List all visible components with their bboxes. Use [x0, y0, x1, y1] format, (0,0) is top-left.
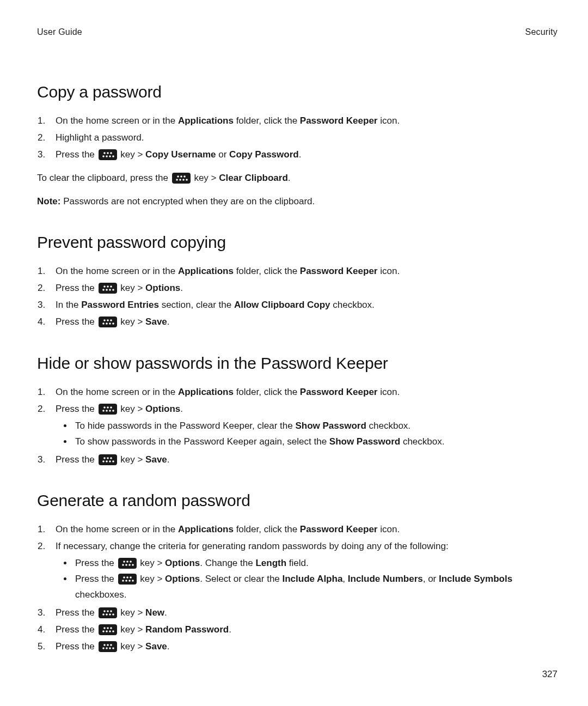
bold-text: Options: [165, 558, 200, 568]
menu-key-icon: [99, 283, 117, 294]
svg-point-49: [123, 561, 125, 563]
bold-text: Copy Password: [229, 149, 299, 160]
section-copy-password: Copy a password On the home screen or in…: [37, 83, 558, 209]
sub-list-item: To hide passwords in the Password Keeper…: [73, 418, 558, 434]
svg-point-25: [103, 319, 106, 321]
svg-point-76: [102, 630, 105, 632]
step-item: Press the key > New.: [48, 605, 558, 621]
sub-list: Press the key > Options. Change the Leng…: [56, 556, 558, 603]
svg-point-30: [109, 322, 111, 325]
bold-text: Allow Clipboard Copy: [234, 300, 330, 310]
svg-point-87: [112, 647, 114, 649]
step-item: Press the key > Save.: [48, 639, 558, 655]
svg-point-22: [109, 289, 111, 291]
svg-point-37: [106, 410, 108, 412]
section-heading: Generate a random password: [37, 491, 558, 510]
bold-text: Applications: [178, 524, 234, 534]
svg-point-62: [128, 580, 131, 582]
menu-key-icon: [172, 173, 191, 184]
svg-point-71: [112, 613, 114, 616]
svg-rect-40: [99, 454, 117, 465]
bold-text: Save: [145, 641, 167, 652]
menu-key-icon: [99, 404, 117, 415]
step-item: On the home screen or in the Application…: [48, 113, 558, 129]
svg-point-84: [102, 647, 105, 649]
bold-text: Clear Clipboard: [219, 173, 288, 183]
menu-key-icon: [99, 454, 117, 465]
header-right: Security: [525, 27, 558, 37]
sub-list-item: To show passwords in the Password Keeper…: [73, 434, 558, 450]
svg-point-74: [107, 627, 109, 629]
bold-text: Show Password: [295, 421, 366, 431]
sub-list-item: Press the key > Options. Change the Leng…: [73, 556, 558, 571]
sub-list: To hide passwords in the Password Keeper…: [56, 418, 558, 450]
svg-point-23: [112, 289, 114, 291]
svg-point-78: [109, 630, 111, 632]
svg-point-85: [106, 647, 108, 649]
svg-point-28: [102, 322, 105, 325]
svg-point-11: [183, 175, 186, 178]
section-prevent-copying: Prevent password copying On the home scr…: [37, 233, 558, 330]
svg-point-57: [123, 576, 125, 579]
bold-text: Applications: [178, 115, 234, 126]
svg-point-44: [102, 460, 105, 462]
svg-point-38: [109, 410, 111, 412]
section-heading: Copy a password: [37, 83, 558, 101]
step-list: On the home screen or in the Application…: [37, 385, 558, 467]
bold-text: Include Alpha: [283, 574, 343, 584]
svg-rect-24: [99, 317, 117, 327]
step-item: Press the key > Random Password.: [48, 622, 558, 638]
svg-point-83: [110, 644, 112, 646]
svg-point-60: [122, 580, 124, 582]
svg-point-75: [110, 627, 112, 629]
svg-point-69: [106, 613, 108, 616]
svg-point-65: [103, 610, 106, 612]
svg-point-9: [177, 175, 179, 178]
svg-point-51: [130, 561, 132, 563]
bold-text: Include Symbols: [439, 574, 512, 584]
svg-point-12: [176, 179, 178, 181]
svg-point-61: [125, 580, 127, 582]
svg-point-29: [106, 322, 108, 325]
step-list: On the home screen or in the Application…: [37, 522, 558, 654]
step-list: On the home screen or in the Application…: [37, 264, 558, 330]
svg-point-42: [107, 457, 109, 459]
bold-text: Options: [145, 283, 180, 293]
step-item: On the home screen or in the Application…: [48, 385, 558, 400]
svg-point-17: [103, 286, 106, 288]
svg-point-4: [102, 155, 105, 157]
svg-point-63: [132, 580, 134, 582]
svg-point-41: [103, 457, 106, 459]
bold-text: Options: [145, 404, 180, 414]
svg-point-6: [109, 155, 111, 157]
bold-text: Note:: [37, 196, 63, 206]
svg-point-7: [112, 155, 114, 157]
bold-text: New: [145, 607, 164, 618]
svg-point-18: [107, 286, 109, 288]
svg-point-3: [110, 152, 112, 154]
bold-text: Include Numbers: [348, 574, 423, 584]
svg-rect-16: [99, 283, 117, 294]
svg-rect-0: [99, 149, 117, 160]
step-list: On the home screen or in the Application…: [37, 113, 558, 163]
svg-point-47: [112, 460, 114, 462]
svg-point-66: [107, 610, 109, 612]
svg-point-52: [122, 564, 124, 566]
svg-rect-72: [99, 624, 117, 635]
bold-text: Applications: [178, 387, 234, 397]
svg-point-36: [102, 410, 105, 412]
svg-point-79: [112, 630, 114, 632]
svg-point-31: [112, 322, 114, 325]
svg-point-2: [107, 152, 109, 154]
section-heading: Prevent password copying: [37, 233, 558, 252]
svg-point-39: [112, 410, 114, 412]
sub-list-item: Press the key > Options. Select or clear…: [73, 571, 558, 603]
section-generate-random-password: Generate a random password On the home s…: [37, 491, 558, 654]
bold-text: Copy Username: [145, 149, 216, 160]
svg-point-55: [132, 564, 134, 566]
svg-point-58: [126, 576, 128, 579]
svg-point-86: [109, 647, 111, 649]
svg-rect-80: [99, 641, 117, 652]
svg-point-33: [103, 406, 106, 409]
svg-point-19: [110, 286, 112, 288]
